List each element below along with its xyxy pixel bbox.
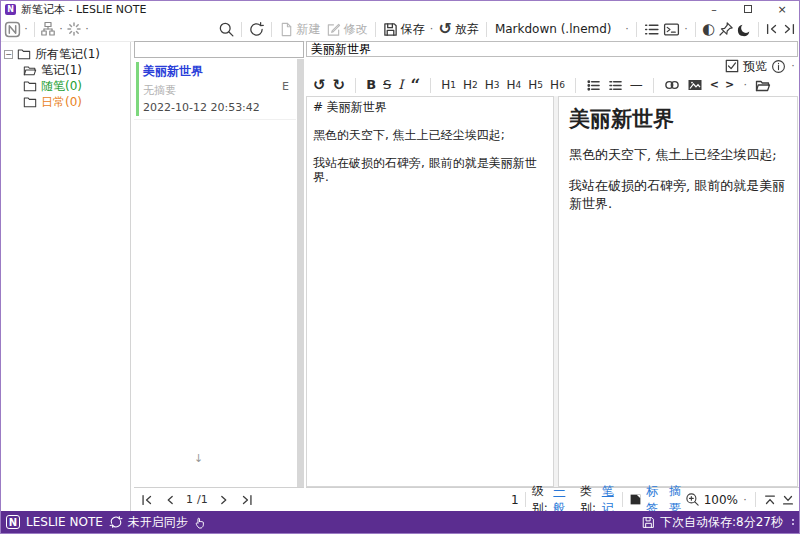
touch-mode-button[interactable] bbox=[194, 516, 207, 529]
source-line bbox=[313, 142, 547, 156]
prev-page-button[interactable] bbox=[163, 493, 177, 507]
sidebar-item-label: 日常(0) bbox=[41, 94, 82, 111]
h4-button[interactable]: H4 bbox=[507, 78, 522, 92]
h6-button[interactable]: H6 bbox=[550, 78, 565, 92]
contrast-icon[interactable]: ◐ bbox=[702, 22, 715, 36]
ordered-list-button[interactable] bbox=[608, 78, 623, 93]
app-menu-dropdown[interactable]: · bbox=[23, 24, 29, 34]
search-button[interactable] bbox=[218, 21, 235, 38]
app-logo-outline-icon bbox=[4, 21, 21, 38]
attach-file-button[interactable] bbox=[755, 77, 771, 93]
last-page-button[interactable] bbox=[240, 493, 254, 507]
strikethrough-button[interactable]: S bbox=[383, 78, 391, 92]
horizontal-rule-button[interactable]: — bbox=[630, 78, 643, 92]
bookmark-icon bbox=[629, 493, 642, 506]
h3-button[interactable]: H3 bbox=[485, 78, 500, 92]
recent-dropdown[interactable]: · bbox=[84, 24, 90, 34]
maximize-button[interactable] bbox=[731, 1, 765, 17]
first-page-icon bbox=[140, 493, 154, 507]
bullet-list-button[interactable] bbox=[586, 78, 601, 93]
modify-button[interactable]: 修改 bbox=[325, 21, 369, 38]
window-title: 新笔记本 - LESLIE NOTE bbox=[21, 2, 146, 17]
page-total: /1 bbox=[197, 493, 208, 506]
h1-button[interactable]: H1 bbox=[441, 78, 456, 92]
close-button[interactable]: × bbox=[765, 1, 799, 17]
preview-paragraph: 黑色的天空下, 焦土上已经尘埃四起; bbox=[569, 146, 787, 164]
terminal-button[interactable] bbox=[663, 21, 680, 38]
info-button[interactable] bbox=[771, 59, 786, 74]
status-app-name: LESLIE NOTE bbox=[26, 515, 103, 529]
code-button[interactable]: < > bbox=[710, 78, 735, 92]
note-list-scrollbar[interactable] bbox=[297, 59, 304, 487]
sidebar-item-notes[interactable]: 笔记(1) bbox=[1, 62, 130, 78]
first-page-button[interactable] bbox=[140, 493, 154, 507]
line-indicator: 1 bbox=[511, 493, 519, 507]
markdown-preview[interactable]: 美丽新世界 黑色的天空下, 焦土上已经尘埃四起; 我站在破损的石碑旁, 眼前的就… bbox=[558, 96, 798, 487]
tree-dropdown[interactable]: · bbox=[58, 24, 64, 34]
terminal-dropdown[interactable]: · bbox=[683, 24, 689, 34]
blockquote-button[interactable]: “ bbox=[410, 80, 420, 90]
note-item-summary: 无摘要 bbox=[143, 83, 288, 98]
markdown-toolbar: ↺ ↻ B S I “ H1 H2 H3 H4 H5 H6 bbox=[306, 74, 799, 96]
autosave-icon bbox=[642, 516, 655, 529]
link-button[interactable] bbox=[664, 77, 680, 93]
link-icon bbox=[664, 77, 680, 93]
sidebar-item-all-notes[interactable]: − 所有笔记(1) bbox=[1, 46, 130, 62]
zoom-in-icon bbox=[685, 492, 700, 507]
app-menu-button[interactable] bbox=[4, 21, 21, 38]
minimize-button[interactable]: – bbox=[697, 1, 731, 17]
note-item-datetime: 2022-10-12 20:53:42 bbox=[143, 101, 288, 114]
sparkle-icon bbox=[66, 21, 82, 37]
note-list-item[interactable]: 美丽新世界 无摘要 2022-10-12 20:53:42 E bbox=[134, 59, 296, 120]
info-icon bbox=[771, 59, 786, 74]
recent-button[interactable] bbox=[66, 21, 82, 37]
save-dropdown[interactable]: · bbox=[429, 24, 435, 34]
editor-status-bar: 1 级别: 一般 类别: 笔记 标签 摘要 bbox=[306, 487, 799, 511]
save-label: 保存 bbox=[401, 21, 425, 38]
italic-button[interactable]: I bbox=[398, 78, 403, 92]
format-selector[interactable]: Markdown (.lnemd) bbox=[493, 22, 621, 36]
pin-button[interactable] bbox=[718, 21, 734, 37]
note-filter-input[interactable] bbox=[134, 41, 304, 58]
collapse-toggle-icon[interactable]: − bbox=[4, 50, 13, 59]
next-page-button[interactable] bbox=[217, 493, 231, 507]
sidebar-item-essays[interactable]: 随笔(0) bbox=[1, 78, 130, 94]
edit-icon bbox=[326, 22, 341, 37]
h2-button[interactable]: H2 bbox=[463, 78, 478, 92]
outline-button[interactable] bbox=[643, 21, 660, 38]
code-dropdown[interactable]: · bbox=[742, 80, 748, 90]
collapse-right-button[interactable] bbox=[782, 22, 796, 36]
notebook-tree-button[interactable] bbox=[40, 21, 56, 37]
sidebar-item-daily[interactable]: 日常(0) bbox=[1, 94, 130, 110]
undo-button[interactable]: ↺ bbox=[313, 78, 326, 92]
new-note-button[interactable]: 新建 bbox=[278, 21, 322, 38]
scroll-top-button[interactable] bbox=[763, 493, 777, 507]
scroll-top-icon bbox=[763, 493, 777, 507]
format-dropdown[interactable]: · bbox=[624, 24, 630, 34]
markdown-source-editor[interactable]: # 美丽新世界 黑色的天空下, 焦土上已经尘埃四起; 我站在破损的石碑旁, 眼前… bbox=[306, 96, 554, 487]
zoom-dropdown[interactable]: · bbox=[742, 495, 748, 505]
tree-icon bbox=[40, 21, 56, 37]
zoom-in-button[interactable] bbox=[685, 492, 700, 507]
info-dropdown[interactable]: · bbox=[790, 61, 796, 71]
source-line bbox=[313, 114, 547, 128]
page-current[interactable]: 1 bbox=[186, 493, 193, 506]
bold-button[interactable]: B bbox=[366, 78, 376, 92]
dark-mode-icon bbox=[737, 22, 752, 37]
modify-label: 修改 bbox=[344, 21, 368, 38]
image-button[interactable] bbox=[687, 77, 703, 93]
scroll-bottom-button[interactable] bbox=[781, 493, 795, 507]
title-bar: N 新笔记本 - LESLIE NOTE – × bbox=[1, 1, 799, 17]
resize-grip[interactable] bbox=[792, 519, 794, 525]
sidebar-item-label: 所有笔记(1) bbox=[35, 46, 100, 63]
sync-status-group[interactable]: 未开启同步 bbox=[109, 514, 188, 531]
discard-button[interactable]: ↺ 放弃 bbox=[438, 21, 480, 38]
collapse-left-button[interactable] bbox=[765, 22, 779, 36]
refresh-button[interactable] bbox=[248, 21, 265, 38]
note-title-input[interactable] bbox=[306, 41, 798, 57]
h5-button[interactable]: H5 bbox=[528, 78, 543, 92]
preview-checkbox[interactable] bbox=[725, 59, 739, 73]
redo-button[interactable]: ↻ bbox=[333, 78, 346, 92]
save-button[interactable]: 保存 bbox=[382, 21, 426, 38]
dark-mode-button[interactable] bbox=[737, 22, 752, 37]
